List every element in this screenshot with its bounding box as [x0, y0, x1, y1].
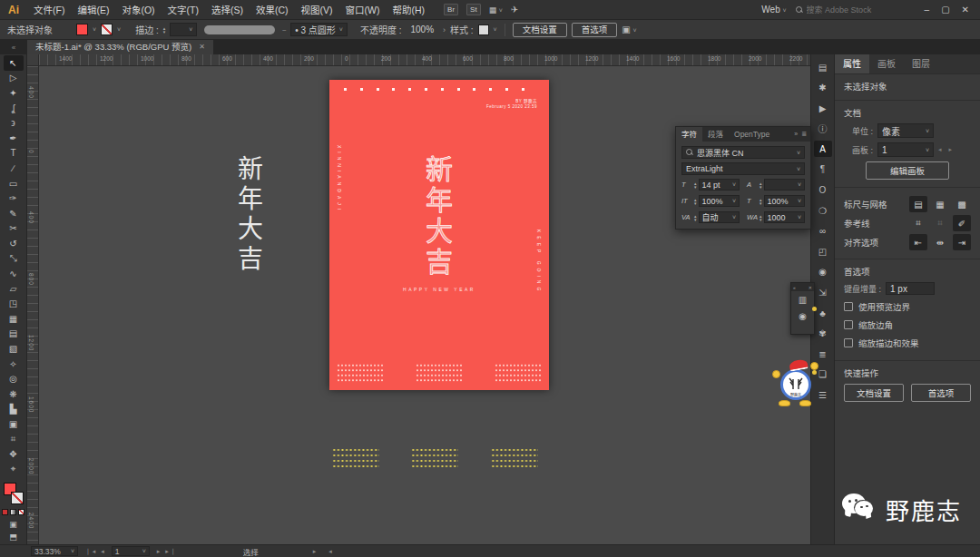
tracking-stepper[interactable]: ▴▾ — [760, 214, 762, 221]
panel-collapse-icon[interactable]: » — [794, 131, 798, 138]
unit-dropdown[interactable]: 像素˅ — [877, 123, 934, 138]
search-input[interactable] — [807, 5, 897, 15]
menu-select[interactable]: 选择(S) — [205, 0, 250, 20]
screen-mode-icon[interactable]: ⬒ — [9, 533, 17, 542]
tool-magic-wand[interactable]: ✦ — [4, 85, 24, 101]
stock-search[interactable] — [796, 5, 912, 15]
menu-file[interactable]: 文件(F) — [27, 0, 71, 20]
tool-blend[interactable]: ◎ — [4, 371, 24, 386]
tool-direct-selection[interactable]: ▷ — [4, 71, 24, 86]
fill-color-swatch[interactable] — [76, 24, 88, 35]
cc-libraries-panel-icon[interactable]: ❍ — [814, 202, 832, 219]
artboard-poster[interactable]: BY 野鹿志 February 5 2020 23:59 XINNIANDAJI… — [329, 80, 549, 390]
brushes-panel-icon[interactable]: ✾ — [814, 326, 832, 342]
pasteboard-yellow-text-block[interactable] — [411, 447, 458, 470]
artboard-dropdown[interactable]: 1˅ — [877, 142, 934, 157]
tool-pen[interactable]: ✒ — [4, 131, 24, 146]
tool-column-graph[interactable]: ▙ — [4, 402, 24, 417]
float-panel-icon-1[interactable]: ▥ — [791, 291, 814, 308]
tab-properties[interactable]: 属性 — [835, 54, 869, 73]
kerning-value[interactable]: 自动˅ — [699, 211, 740, 223]
tool-rectangle[interactable]: ▭ — [4, 176, 24, 191]
workspace-switcher[interactable]: Web ˅ — [761, 5, 786, 15]
appearance-panel-icon[interactable]: ◉ — [814, 264, 832, 280]
arrange-documents-icon[interactable]: ▦ ˅ — [489, 5, 503, 15]
toolbar-collapse-icon[interactable]: « — [0, 44, 27, 52]
vertical-scale-stepper[interactable]: ▴▾ — [694, 198, 697, 205]
tool-slice[interactable]: ⌗ — [4, 432, 24, 447]
minimize-button[interactable]: – — [925, 5, 930, 15]
maximize-button[interactable]: ▢ — [941, 5, 949, 15]
float-panel-icon-2[interactable]: ◉ — [791, 308, 814, 324]
links-panel-icon[interactable]: ∞ — [814, 223, 832, 239]
character-panel-icon[interactable]: A — [814, 141, 832, 157]
canvas-area[interactable]: 1400 1200 1000 800 600 400 200 0 200 400… — [27, 54, 810, 544]
show-rulers-icon[interactable]: ▤ — [909, 196, 927, 212]
tool-eyedropper[interactable]: ✧ — [4, 357, 24, 372]
tool-curvature[interactable]: ϶ — [4, 115, 24, 131]
snap-to-pixel-icon[interactable]: ⇥ — [953, 234, 971, 250]
zoom-level-dropdown[interactable]: 33.33%˅ — [31, 546, 78, 556]
lock-guides-icon[interactable]: ⌗ — [931, 215, 949, 231]
tool-symbol-sprayer[interactable]: ❋ — [4, 386, 24, 402]
horizontal-scale-stepper[interactable]: ▴▾ — [760, 198, 762, 205]
tool-type[interactable]: T — [4, 146, 24, 161]
stock-icon[interactable]: St — [466, 4, 481, 15]
font-size-stepper[interactable]: ▴▾ — [694, 181, 697, 189]
menu-help[interactable]: 帮助(H) — [387, 0, 432, 20]
tool-width[interactable]: ∿ — [4, 266, 24, 281]
edit-artboards-button[interactable]: 编辑画板 — [866, 161, 949, 180]
pasteboard-yellow-text-block[interactable] — [491, 447, 538, 470]
brush-definition-dropdown[interactable]: • 3 点圆形˅ — [290, 23, 348, 36]
next-last-artboard-icons[interactable]: ▸ ▸❘ — [157, 548, 178, 555]
style-swatch[interactable] — [478, 24, 489, 35]
document-setup-button[interactable]: 文档设置 — [513, 23, 567, 37]
pasteboard-title-text[interactable]: 新 年 大 吉 — [238, 154, 263, 274]
tool-scissors[interactable]: ✂ — [4, 221, 24, 237]
gradient-mode-button[interactable] — [10, 509, 16, 515]
quick-play-panel-icon[interactable]: ▶ — [814, 100, 832, 116]
tool-zoom[interactable]: ⌖ — [4, 462, 24, 477]
horizontal-scale-value[interactable]: 100%˅ — [764, 195, 805, 207]
pasteboard-yellow-text-block[interactable] — [332, 447, 379, 470]
tool-scale[interactable]: ⤡ — [4, 251, 24, 267]
tool-rotate[interactable]: ↺ — [4, 236, 24, 251]
tool-mesh[interactable]: ▤ — [4, 327, 24, 342]
leading-stepper[interactable]: ▴▾ — [760, 181, 762, 189]
info-panel-icon[interactable]: ⓘ — [814, 121, 832, 137]
ruler-origin-corner[interactable] — [27, 54, 39, 66]
tab-opentype[interactable]: OpenType — [729, 127, 775, 142]
tab-character[interactable]: 字符 — [676, 127, 702, 142]
preview-bounds-checkbox[interactable]: 使用预览边界 — [844, 300, 971, 313]
font-style-field[interactable]: ExtraLight ˅ — [681, 162, 805, 175]
actions-panel-icon[interactable]: ✱ — [814, 80, 832, 96]
paragraph-panel-icon[interactable]: ¶ — [814, 161, 832, 178]
tab-layers[interactable]: 图层 — [904, 54, 938, 73]
checkbox-icon[interactable] — [844, 302, 853, 311]
tool-paintbrush[interactable]: ✑ — [4, 191, 24, 206]
tool-pencil[interactable]: ✎ — [4, 206, 24, 221]
tracking-value[interactable]: 1000˅ — [764, 211, 805, 223]
fill-stroke-indicator[interactable] — [3, 483, 24, 506]
share-icon[interactable]: ✈ — [511, 5, 518, 15]
export-panel-icon[interactable]: ⇲ — [814, 285, 832, 301]
stroke-color-swatch[interactable] — [101, 24, 113, 35]
vertical-ruler[interactable]: 400 0 400 800 1200 1600 2000 2400 — [27, 66, 39, 544]
leading-value[interactable]: ˅ — [764, 179, 805, 191]
checkbox-icon[interactable] — [844, 338, 853, 347]
close-button[interactable]: ✕ — [962, 5, 969, 15]
stroke-weight-stepper[interactable]: ▴▾ — [163, 26, 166, 34]
snap-to-point-icon[interactable]: ⇤ — [909, 234, 927, 250]
menu-view[interactable]: 视图(V) — [295, 0, 339, 20]
artboard-navigation-dropdown[interactable]: 1˅ — [112, 546, 150, 556]
symbols-panel-icon[interactable]: ♣ — [814, 305, 832, 321]
tab-artboards[interactable]: 画板 — [869, 54, 904, 73]
font-size-value[interactable]: 14 pt˅ — [699, 179, 740, 191]
menu-window[interactable]: 窗口(W) — [339, 0, 387, 20]
opacity-value[interactable]: 100% — [406, 23, 438, 36]
tool-artboard[interactable]: ▣ — [4, 416, 24, 432]
tool-lasso[interactable]: ʆ — [4, 101, 24, 116]
stroke-none-swatch[interactable] — [11, 492, 24, 504]
color-mode-button[interactable] — [2, 509, 8, 515]
menu-object[interactable]: 对象(O) — [115, 0, 161, 20]
